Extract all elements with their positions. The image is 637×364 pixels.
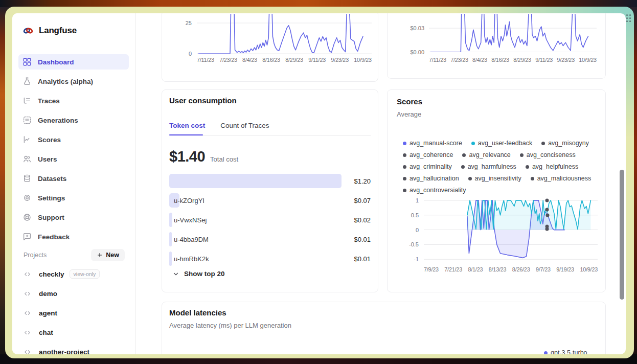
model-latencies-legend: gpt-3.5-turbo <box>544 349 587 354</box>
legend-label: avg_relevance <box>469 151 510 158</box>
tab-count-of-traces[interactable]: Count of Traces <box>220 122 269 129</box>
lifebuoy-icon <box>22 213 32 222</box>
legend-dot-icon <box>403 177 406 180</box>
y-axis-label: $0.00 <box>410 49 424 55</box>
legend-label: avg_controversiality <box>410 187 466 194</box>
sidebar-item-analytics[interactable]: Analytics (alpha) <box>18 74 129 89</box>
x-axis-label: 7/9/23 <box>424 266 439 272</box>
project-item-demo[interactable]: demo <box>12 286 135 301</box>
y-axis-label: $0.03 <box>410 25 424 31</box>
x-axis-label: 8/29/23 <box>285 57 303 63</box>
tab-token-cost[interactable]: Token cost <box>169 122 205 129</box>
x-axis-label: 10/9/23 <box>354 57 372 63</box>
user-consumption-card: User consumption Token cost Count of Tra… <box>162 89 378 292</box>
x-axis-label: 7/11/23 <box>197 57 214 63</box>
sidebar-item-label: Generations <box>38 117 78 124</box>
y-axis-label: 0 <box>416 227 419 233</box>
legend-dot-icon <box>526 165 529 169</box>
sidebar-item-dashboard[interactable]: Dashboard <box>18 54 129 70</box>
legend-row: avg_hallucinationavg_insensitivityavg_ma… <box>403 175 603 182</box>
plot-area <box>424 197 598 262</box>
project-item-chat[interactable]: chat <box>12 325 135 339</box>
projects-section-label: Projects <box>24 252 47 259</box>
sidebar-item-scores[interactable]: Scores <box>18 132 129 147</box>
x-axis-label: 8/1/23 <box>468 266 483 272</box>
sidebar-item-datasets[interactable]: Datasets <box>18 171 129 186</box>
project-item-checkly[interactable]: checkly view-only <box>12 267 135 281</box>
sidebar-item-label: Feedback <box>38 233 70 241</box>
y-axis-label: -0.5 <box>409 241 419 247</box>
feedback-icon <box>22 232 32 241</box>
datasets-icon <box>22 174 32 183</box>
consumption-bar <box>169 232 172 246</box>
project-name: checkly <box>39 270 64 278</box>
scores-card: Scores Average avg_manual-scoreavg_user-… <box>387 89 606 292</box>
dashboard-icon <box>22 57 32 66</box>
sidebar-item-traces[interactable]: Traces <box>18 93 129 108</box>
sidebar-item-settings[interactable]: Settings <box>18 190 129 206</box>
legend-dot-icon <box>531 177 534 180</box>
sidebar-item-users[interactable]: Users <box>18 151 129 167</box>
legend-dot-icon <box>403 165 406 169</box>
gear-icon <box>22 193 32 202</box>
langfuse-logo-icon <box>22 25 34 36</box>
project-name: demo <box>39 290 57 298</box>
consumption-row: u-4bba9DM$0.01 <box>169 232 371 246</box>
projects-list: checkly view-only demo agent chat <box>12 267 135 354</box>
legend-dot-icon <box>468 177 472 180</box>
y-axis: 10.50-0.5-1 <box>404 197 419 262</box>
legend-item: avg_criminality <box>403 163 452 170</box>
show-top-20-button[interactable]: Show top 20 <box>172 270 225 278</box>
consumption-user-id: u-kZOrgYI <box>174 197 204 204</box>
legend-label: avg_misogyny <box>548 140 589 147</box>
x-axis: 7/11/237/23/238/4/238/16/238/29/239/11/2… <box>429 57 597 63</box>
chevron-down-icon <box>172 270 179 278</box>
code-icon <box>24 270 31 278</box>
window-frame: Langfuse Dashboard Analytics (alpha) Tra… <box>5 7 634 358</box>
legend-item: avg_manual-score <box>403 140 462 147</box>
sidebar-item-support[interactable]: Support <box>18 210 129 225</box>
card-subtitle: Average latency (ms) per LLM generation <box>169 322 291 329</box>
project-name: agent <box>39 309 57 317</box>
sidebar-item-label: Settings <box>38 194 65 202</box>
project-item-another-project[interactable]: another-project <box>12 345 135 354</box>
legend-row: avg_criminalityavg_harmfulnessavg_helpfu… <box>403 163 603 170</box>
legend-dot-icon <box>462 153 466 157</box>
legend-dot-icon <box>403 189 406 192</box>
sidebar-item-feedback[interactable]: Feedback <box>18 229 129 244</box>
users-icon <box>22 154 32 164</box>
project-name: another-project <box>39 348 89 355</box>
x-axis-label: 7/11/23 <box>429 57 446 63</box>
traces-timeseries-card: 250 7/11/237/23/238/4/238/16/238/29/239/… <box>162 13 378 82</box>
scatter-dot <box>545 208 549 212</box>
consumption-bar <box>169 252 172 266</box>
consumption-user-id: u-4bba9DM <box>174 236 209 243</box>
new-project-label: New <box>106 252 119 259</box>
consumption-user-id: u-VwxNSej <box>174 216 207 224</box>
total-cost-label: Total cost <box>210 155 238 163</box>
sidebar-item-label: Dashboard <box>38 58 74 66</box>
app-logo[interactable]: Langfuse <box>12 13 135 37</box>
x-axis-label: 8/29/23 <box>513 57 531 63</box>
legend-item: avg_controversiality <box>403 187 466 194</box>
x-axis-label: 7/21/23 <box>444 266 462 272</box>
x-axis-label: 8/4/23 <box>472 57 487 63</box>
consumption-row: u-VwxNSej$0.02 <box>169 213 371 227</box>
legend-item: avg_coherence <box>403 151 453 158</box>
sidebar: Langfuse Dashboard Analytics (alpha) Tra… <box>12 13 135 354</box>
y-axis-label: 25 <box>186 20 192 26</box>
x-axis-label: 9/19/23 <box>556 266 574 272</box>
project-item-agent[interactable]: agent <box>12 306 135 320</box>
y-axis-label: 1 <box>416 197 419 203</box>
sidebar-item-label: Traces <box>38 97 60 105</box>
scrollbar-thumb[interactable] <box>620 170 624 300</box>
y-axis-label: -1 <box>414 256 419 262</box>
total-cost-value: $1.40 <box>169 148 205 165</box>
view-only-badge: view-only <box>70 269 100 279</box>
flask-icon <box>22 77 32 86</box>
sidebar-item-generations[interactable]: Generations <box>18 112 129 128</box>
project-name: chat <box>39 329 53 336</box>
new-project-button[interactable]: New <box>91 249 125 261</box>
legend-item: avg_helpfulness <box>526 163 578 170</box>
drag-handle-dots[interactable] <box>626 14 631 22</box>
